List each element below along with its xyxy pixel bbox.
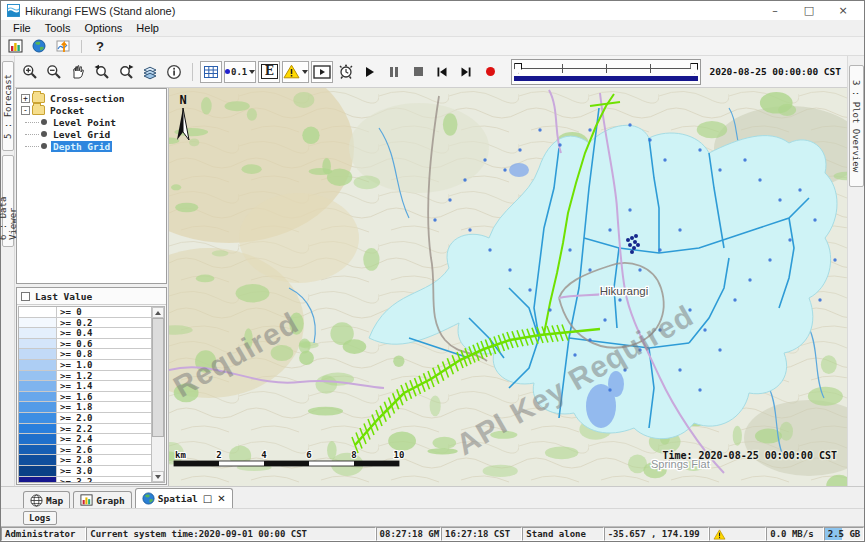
map-display-button[interactable] [29,38,49,55]
tab-graph[interactable]: Graph [73,491,132,508]
tree-item-level-point[interactable]: Level Point [21,116,166,128]
current-time-label: 2020-08-25 00:00:00 CST [709,66,841,77]
stop-button[interactable] [407,61,429,83]
legend-row[interactable]: >= 1.2 [19,371,151,382]
tab-plot-overview[interactable]: 3 : Plot Overview [849,65,864,187]
time-settings-button[interactable] [335,61,357,83]
tree-item-level-grid[interactable]: Level Grid [21,128,166,140]
legend-scrollbar[interactable] [151,307,164,482]
legend-row[interactable]: >= 2.6 [19,445,151,456]
animation-button[interactable] [311,61,333,83]
app-window: Hikurangi FEWS (Stand alone) – □ × File … [0,0,865,542]
zoom-previous-button[interactable] [91,61,113,83]
map-time-label: Time: 2020-08-25 00:00:00 CST [662,450,837,461]
legend-color-swatch [19,381,57,391]
north-label: N [179,93,186,107]
scroll-down-icon[interactable] [152,471,164,482]
scrollbar-track[interactable] [152,318,164,471]
grid-display-button[interactable] [200,61,222,83]
status-system-time: Current system time:2020-09-01 00:00 CST [86,527,375,541]
tab-spatial[interactable]: Spatial □ ✕ [135,488,233,508]
tab-close-icon[interactable]: ✕ [217,493,225,504]
minimize-icon[interactable]: – [758,2,792,19]
contour-precision-dropdown[interactable]: 0.1 [224,61,256,83]
play-button[interactable] [359,61,381,83]
tree-guide-line [25,134,39,135]
zoom-in-button[interactable] [19,61,41,83]
place-label-hikurangi: Hikurangi [600,285,649,297]
zoom-out-button[interactable] [43,61,65,83]
time-slider-range-bar [514,76,698,81]
skip-to-start-button[interactable] [431,61,453,83]
left-tab-strip: 5 : Forecast 6 : Data Viewer [1,56,15,486]
status-warning[interactable] [709,527,767,541]
legend-color-swatch [19,307,57,317]
tree-item-label: Cross-section [48,93,126,104]
last-value-label: Last Value [35,291,92,302]
tree-item-pocket[interactable]: - Pocket [21,104,166,116]
main-toolbar: ? [1,37,864,56]
tab-forecast[interactable]: 5 : Forecast [2,61,14,151]
scroll-up-icon[interactable] [152,307,164,318]
maximize-icon[interactable]: □ [792,2,826,19]
legend-row[interactable]: >= 1.0 [19,360,151,371]
tree-item-cross-section[interactable]: + Cross-section [21,92,166,104]
legend-row-label: >= 1.4 [57,381,96,391]
wire-globe-icon [30,494,43,507]
legend-row-label: >= 2.4 [57,434,96,444]
close-icon[interactable]: × [826,2,860,19]
scrollbar-thumb[interactable] [152,318,164,437]
bottom-tab-bar: Map Graph Spatial □ ✕ [1,486,864,508]
editor-button[interactable]: E [258,61,280,83]
legend-row[interactable]: >= 0.4 [19,328,151,339]
legend-row[interactable]: >= 1.4 [19,381,151,392]
expand-icon[interactable]: + [21,94,30,103]
tree-item-depth-grid[interactable]: Depth Grid [21,140,166,152]
skip-to-end-button[interactable] [455,61,477,83]
info-button[interactable] [163,61,185,83]
zoom-next-button[interactable] [115,61,137,83]
layers-button[interactable] [139,61,161,83]
legend-row[interactable]: >= 2.8 [19,455,151,466]
tab-map[interactable]: Map [23,491,70,508]
time-slider[interactable] [511,59,701,85]
logs-display-button[interactable] [5,38,25,55]
map-view[interactable]: API Key Required API Key Required Hikura… [169,88,847,486]
status-gmt-time: 08:27:18 GMT [376,527,441,541]
window-title: Hikurangi FEWS (Stand alone) [25,5,175,17]
legend-row[interactable]: >= 0.6 [19,339,151,350]
menu-item[interactable]: File [6,21,38,35]
legend-row[interactable]: >= 1.6 [19,392,151,403]
legend-row[interactable]: >= 1.8 [19,402,151,413]
menu-item[interactable]: Help [129,21,166,35]
play-icon [366,67,374,77]
legend-row[interactable]: >= 2.4 [19,434,151,445]
record-button[interactable] [479,61,501,83]
legend-row[interactable]: >= 3.0 [19,466,151,477]
legend-row[interactable]: >= 2.2 [19,424,151,435]
warnings-dropdown[interactable] [282,61,309,83]
last-value-checkbox[interactable] [21,292,30,301]
timer-clock-icon [338,64,354,80]
legend-row[interactable]: >= 2.0 [19,413,151,424]
pan-button[interactable] [67,61,89,83]
legend-row[interactable]: >= 3.2 [19,477,151,482]
timeseries-display-button[interactable] [53,38,73,55]
legend-color-swatch [19,455,57,465]
help-button[interactable]: ? [90,38,110,55]
menu-bar: File Tools Options Help [1,20,864,37]
scale-tick: 10 [394,450,405,460]
stop-icon [414,67,423,76]
tree-item-label: Level Grid [51,129,112,140]
menu-item[interactable]: Tools [38,21,78,35]
collapse-icon[interactable]: - [21,106,30,115]
tab-maximize-icon[interactable]: □ [203,493,212,504]
legend-row[interactable]: >= 0.2 [19,318,151,329]
menu-item[interactable]: Options [77,21,129,35]
tab-data-viewer[interactable]: 6 : Data Viewer [2,155,14,247]
legend-row[interactable]: >= 0.8 [19,349,151,360]
map-toolbar: 0.1 E [15,56,847,88]
logs-button[interactable]: Logs [23,511,57,525]
pause-button[interactable] [383,61,405,83]
legend-row[interactable]: >= 0 [19,307,151,318]
